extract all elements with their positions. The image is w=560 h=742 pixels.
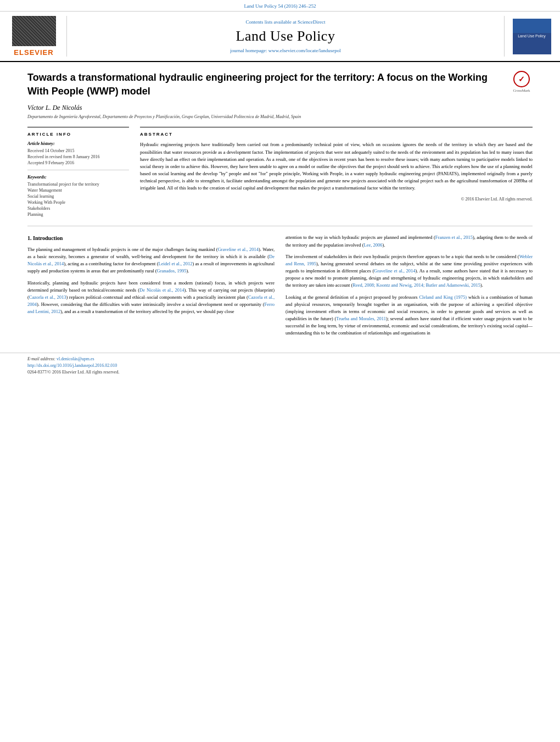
article-info-column: ARTICLE INFO Article history: Received 1… bbox=[27, 127, 129, 218]
footer-issn-line: 0264-8377/© 2016 Elsevier Ltd. All right… bbox=[27, 370, 533, 375]
ref-graveline-2014: Graveline et al., 2014 bbox=[217, 247, 258, 252]
article-history-label: Article history: bbox=[27, 141, 129, 146]
issn-text: 0264-8377/© 2016 Elsevier Ltd. All right… bbox=[27, 370, 119, 375]
info-abstract-columns: ARTICLE INFO Article history: Received 1… bbox=[27, 127, 533, 218]
journal-reference-bar: Land Use Policy 54 (2016) 246–252 bbox=[0, 0, 560, 12]
ref-webler-1995: Webler and Renn, 1995 bbox=[285, 254, 533, 266]
header-center-block: Contents lists available at ScienceDirec… bbox=[67, 16, 504, 57]
copyright-text: © 2016 Elsevier Ltd. All rights reserved… bbox=[140, 197, 533, 202]
ref-graveline-2014b: Graveline et al., 2014 bbox=[374, 268, 415, 274]
sciencedirect-link[interactable]: ScienceDirect bbox=[298, 19, 325, 25]
revised-date: Received in revised form 8 January 2016 bbox=[27, 154, 129, 159]
footer: E-mail address: vl.denicolás@upm.es http… bbox=[0, 353, 560, 380]
body-section: 1. Introduction The planning and managem… bbox=[27, 226, 533, 341]
affiliation: Departamento de Ingeniería Agroforestal,… bbox=[27, 114, 533, 119]
keyword-3: Social learning bbox=[27, 194, 129, 199]
ref-cazorla-2013: Cazorla et al., 2013 bbox=[29, 294, 66, 300]
body-right-para-3: Looking at the general definition of a p… bbox=[285, 294, 533, 337]
elsevier-logo-block: ELSEVIER bbox=[7, 16, 67, 57]
journal-homepage-line: journal homepage: www.elsevier.com/locat… bbox=[230, 48, 340, 53]
homepage-link[interactable]: www.elsevier.com/locate/landusepol bbox=[268, 48, 341, 53]
keyword-5: Stakeholders bbox=[27, 206, 129, 211]
page: Land Use Policy 54 (2016) 246–252 ELSEVI… bbox=[0, 0, 560, 742]
body-right-para-2: The involvement of stakeholders in their… bbox=[285, 253, 533, 289]
body-para-1: The planning and management of hydraulic… bbox=[27, 246, 275, 275]
ref-granados-1995: Granados, 1995 bbox=[157, 268, 187, 274]
keywords-label: Keywords: bbox=[27, 175, 129, 180]
footer-doi-line: http://dx.doi.org/10.1016/j.landusepol.2… bbox=[27, 363, 533, 368]
ref-cleland-1975: Cleland and King (1975) bbox=[419, 294, 467, 300]
journal-logo-text: Land Use Policy bbox=[517, 32, 547, 40]
abstract-box: ABSTRACT Hydraulic engineering projects … bbox=[140, 127, 533, 201]
keyword-1: Transformational project for the territo… bbox=[27, 182, 129, 187]
body-right-column: attention to the way in which hydraulic … bbox=[285, 234, 533, 341]
body-left-column: 1. Introduction The planning and managem… bbox=[27, 234, 275, 341]
sciencedirect-line: Contents lists available at ScienceDirec… bbox=[246, 19, 326, 25]
elsevier-brand: ELSEVIER bbox=[14, 48, 53, 57]
ref-reed-2008: Reed, 2008; Koontz and Newig, 2014; Butl… bbox=[352, 282, 480, 288]
section-1-title: 1. Introduction bbox=[27, 234, 275, 243]
article-info-heading: ARTICLE INFO bbox=[27, 132, 129, 137]
author-name: Víctor L. De Nicolás bbox=[27, 104, 533, 112]
article-info-box: ARTICLE INFO Article history: Received 1… bbox=[27, 127, 129, 217]
article-title-section: Towards a transformational hydraulic eng… bbox=[27, 71, 533, 119]
contents-text: Contents lists available at bbox=[246, 19, 296, 25]
keyword-6: Planning bbox=[27, 212, 129, 217]
received-date: Received 14 October 2015 bbox=[27, 148, 129, 153]
ref-denicolás-2014b: De Nicolás et al., 2014 bbox=[139, 287, 184, 293]
email-address[interactable]: vl.denicolás@upm.es bbox=[57, 356, 94, 361]
abstract-heading: ABSTRACT bbox=[140, 132, 533, 137]
footer-email-line: E-mail address: vl.denicolás@upm.es bbox=[27, 356, 533, 361]
homepage-text: journal homepage: bbox=[230, 48, 267, 53]
ref-franzen-2015: Franzen et al., 2015 bbox=[435, 235, 473, 240]
journal-header: ELSEVIER Contents lists available at Sci… bbox=[0, 12, 560, 62]
keyword-2: Water Management bbox=[27, 188, 129, 193]
abstract-column: ABSTRACT Hydraulic engineering projects … bbox=[140, 127, 533, 218]
crossmark-label: CrossMark bbox=[513, 88, 530, 93]
elsevier-decorative-image bbox=[12, 16, 56, 46]
article-main: Towards a transformational hydraulic eng… bbox=[0, 71, 560, 342]
journal-title: Land Use Policy bbox=[236, 28, 335, 44]
keyword-4: Working With People bbox=[27, 200, 129, 205]
accepted-date: Accepted 9 February 2016 bbox=[27, 160, 129, 165]
crossmark-icon bbox=[513, 71, 530, 87]
abstract-text: Hydraulic engineering projects have trad… bbox=[140, 141, 533, 192]
ref-lee-2006: Lee, 2006 bbox=[364, 242, 383, 248]
journal-cover-image: Land Use Policy bbox=[513, 19, 551, 54]
email-label: E-mail address: bbox=[27, 356, 55, 361]
journal-logo-block: Land Use Policy bbox=[504, 16, 553, 57]
doi-link[interactable]: http://dx.doi.org/10.1016/j.landusepol.2… bbox=[27, 363, 117, 368]
body-para-2: Historically, planning and hydraulic pro… bbox=[27, 280, 275, 316]
article-title: Towards a transformational hydraulic eng… bbox=[27, 71, 505, 98]
ref-trueba-2011: Trueba and Morales, 2011 bbox=[336, 316, 386, 321]
ref-ferro-2012: Ferro and Lentini, 2012 bbox=[27, 302, 275, 314]
journal-ref-text: Land Use Policy 54 (2016) 246–252 bbox=[244, 3, 316, 9]
ref-leidel-2012: Leidel et al., 2012 bbox=[159, 261, 193, 266]
body-right-para-1: attention to the way in which hydraulic … bbox=[285, 234, 533, 248]
divider bbox=[27, 170, 129, 170]
crossmark-block: CrossMark bbox=[511, 71, 533, 93]
ref-denicolás-2014: De Nicolás et al., 2014 bbox=[27, 254, 275, 266]
